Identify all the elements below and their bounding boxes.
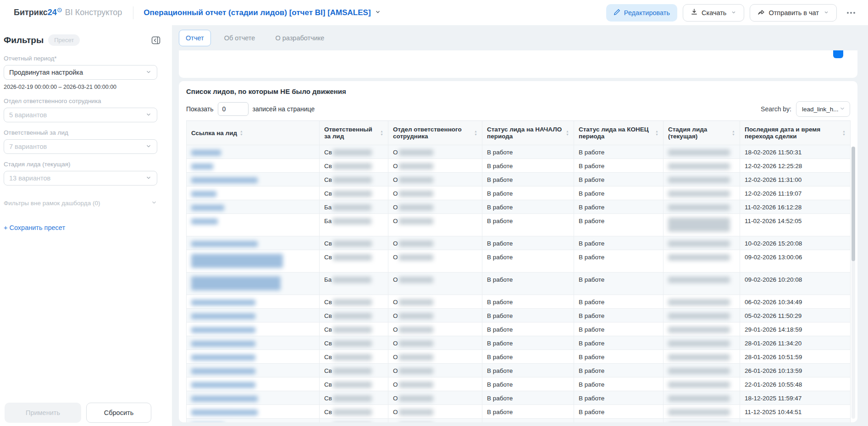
responsible-cell: Св — [320, 159, 388, 173]
last-transition-cell: 12-02-2026 11:31:00 — [740, 173, 851, 186]
chevron-down-icon — [151, 199, 157, 207]
blurred-responsible-name — [333, 354, 372, 360]
status-end-cell: В работе — [574, 322, 663, 336]
lead-link[interactable] — [191, 300, 255, 306]
lead-link[interactable] — [191, 410, 258, 415]
filter-select[interactable]: 13 вариантов — [4, 171, 157, 186]
column-header-status-start[interactable]: Статус лида на НАЧАЛО периода — [482, 121, 574, 145]
department-cell: О — [388, 336, 482, 350]
blurred-department-name — [399, 191, 433, 197]
responsible-cell: Св — [320, 236, 388, 250]
blurred-responsible-name — [333, 191, 372, 197]
filter-select[interactable]: Продвинутая настройка — [4, 65, 157, 80]
sort-arrows-icon[interactable] — [732, 130, 735, 136]
blurred-responsible-name — [333, 240, 372, 247]
lead-link[interactable] — [191, 396, 258, 402]
sort-arrows-icon[interactable] — [474, 130, 477, 136]
page-size-input[interactable] — [218, 102, 249, 116]
lead-link[interactable] — [191, 368, 255, 374]
scrollbar-thumb[interactable] — [851, 147, 855, 261]
lead-link[interactable] — [191, 382, 255, 388]
last-transition-cell: 11-02-2026 16:12:28 — [740, 200, 851, 214]
lead-link[interactable] — [191, 164, 213, 169]
send-to-chat-button[interactable]: Отправить в чат — [750, 4, 837, 22]
lead-link[interactable] — [191, 150, 221, 156]
lead-link[interactable] — [191, 355, 255, 360]
last-transition-cell: 12-02-2026 12:25:28 — [740, 159, 851, 173]
status-start-cell: В работе — [482, 419, 574, 423]
tab-2[interactable]: О разработчике — [268, 30, 331, 46]
responsible-cell: Св — [320, 350, 388, 364]
lead-link[interactable] — [191, 218, 218, 224]
main-area: ОтчетОб отчетеО разработчике Список лидо… — [172, 25, 868, 426]
department-cell: О — [388, 377, 482, 391]
column-header-lead-link[interactable]: Ссылка на лид — [187, 121, 320, 145]
table-row: Св О В работе В работе 12-02-2026 11:31:… — [187, 173, 851, 186]
column-header-department[interactable]: Отдел ответственного сотрудника — [388, 121, 482, 145]
extra-filters-toggle[interactable]: Фильтры вне рамок дашборда (0) — [4, 199, 157, 207]
save-preset-link[interactable]: + Сохранить пресет — [4, 224, 65, 231]
last-transition-cell: 18-02-2026 11:50:31 — [740, 145, 851, 159]
lead-link[interactable] — [191, 177, 258, 183]
reset-button[interactable]: Сбросить — [86, 403, 151, 423]
lead-link[interactable] — [191, 341, 255, 347]
column-header-status-end[interactable]: Статус лида на КОНЕЦ периода — [574, 121, 663, 145]
tab-0[interactable]: Отчет — [179, 30, 211, 46]
filters-header: Фильтры Пресет — [4, 34, 172, 46]
lead-link-cell — [187, 186, 320, 200]
lead-link[interactable] — [191, 205, 224, 211]
department-cell: О — [388, 364, 482, 377]
table-scrollbar[interactable] — [851, 147, 855, 419]
lead-link-cell — [187, 364, 320, 377]
lead-link[interactable] — [191, 241, 258, 247]
last-transition-cell: 05-02-2026 11:50:29 — [740, 309, 851, 322]
bitrix-logo: Битрикс24BI Конструктор — [14, 8, 122, 17]
lead-link[interactable] — [191, 191, 216, 197]
department-cell: О — [388, 419, 482, 423]
current-stage-cell — [663, 322, 740, 336]
lead-link-cell — [187, 173, 320, 186]
chevron-down-icon — [145, 111, 152, 119]
report-title-dropdown[interactable]: Операционный отчет (стадии лидов) [отчет… — [144, 8, 381, 17]
status-end-cell: В работе — [574, 236, 663, 250]
lead-link[interactable] — [191, 327, 255, 333]
top-bar: Битрикс24BI Конструктор Операционный отч… — [0, 0, 868, 25]
edit-button[interactable]: Редактировать — [606, 4, 677, 22]
filter-select[interactable]: 5 вариантов — [4, 108, 157, 122]
sort-arrows-icon[interactable] — [842, 130, 846, 136]
lead-link-cell — [187, 309, 320, 322]
lead-link[interactable] — [191, 254, 283, 268]
column-header-responsible[interactable]: Ответственный за лид — [320, 121, 388, 145]
sort-arrows-icon[interactable] — [566, 130, 569, 136]
last-transition-cell: 09-02-2026 10:20:08 — [740, 273, 851, 295]
filter-select[interactable]: 7 вариантов — [4, 139, 157, 154]
responsible-cell: Св — [320, 336, 388, 350]
column-header-last-transition[interactable]: Последняя дата и время перехода сделки — [740, 121, 851, 145]
search-column-select[interactable]: lead_link_h... — [796, 101, 850, 117]
apply-button[interactable]: Применить — [5, 403, 81, 423]
blurred-responsible-name — [333, 382, 372, 388]
department-cell: О — [388, 405, 482, 419]
sort-arrows-icon[interactable] — [655, 130, 658, 136]
widget-button-partial[interactable] — [833, 50, 843, 58]
header-divider — [133, 6, 133, 19]
blurred-department-name — [399, 149, 433, 156]
status-end-cell: В работе — [574, 273, 663, 295]
collapse-sidebar-button[interactable] — [150, 35, 161, 46]
blurred-stage — [668, 204, 730, 211]
lead-link[interactable] — [191, 313, 255, 319]
column-header-current-stage[interactable]: Стадия лида (текущая) — [663, 121, 740, 145]
tab-1[interactable]: Об отчете — [217, 30, 262, 46]
status-start-cell: В работе — [482, 186, 574, 200]
lead-link[interactable] — [191, 276, 281, 290]
current-stage-cell — [663, 186, 740, 200]
sort-arrows-icon[interactable] — [380, 130, 383, 136]
show-label: Показать — [186, 105, 214, 113]
status-end-cell: В работе — [574, 309, 663, 322]
more-options-button[interactable] — [844, 8, 858, 17]
responsible-cell: Св — [320, 309, 388, 322]
blurred-stage — [668, 354, 730, 360]
logo-text-24: 24 — [48, 8, 57, 17]
download-button[interactable]: Скачать — [683, 4, 744, 22]
sort-arrows-icon[interactable] — [240, 130, 243, 136]
